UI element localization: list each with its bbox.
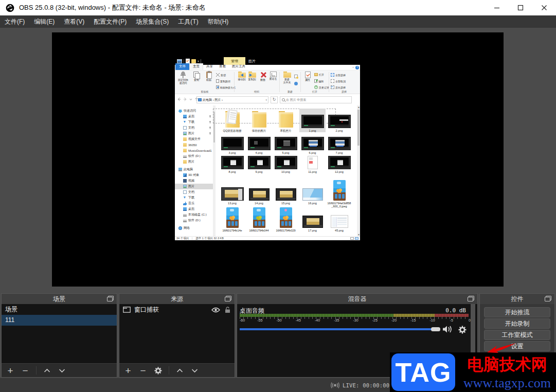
- speaker-icon[interactable]: [442, 325, 454, 333]
- lock-icon[interactable]: [225, 307, 230, 313]
- nav-network[interactable]: 网络: [175, 225, 213, 231]
- remove-scene-button[interactable]: −: [21, 366, 29, 376]
- tab-view[interactable]: 查看: [216, 64, 229, 70]
- controls-popout-icon[interactable]: [545, 296, 551, 301]
- tab-home[interactable]: 主页: [189, 63, 203, 70]
- file-item[interactable]: 16f601794af3d858_600_0.jpeg: [326, 179, 352, 208]
- ribbon-open-button[interactable]: 打开: [314, 73, 324, 76]
- sources-popout-icon[interactable]: [225, 296, 231, 301]
- nav-downloads-thispc[interactable]: 下载: [175, 195, 213, 201]
- file-item[interactable]: 9.png: [246, 156, 272, 173]
- qat-dropdown-icon[interactable]: ▾: [198, 59, 199, 63]
- file-item[interactable]: 12.png: [326, 156, 352, 173]
- ribbon-new-folder-button[interactable]: 新建文件夹: [281, 72, 293, 84]
- nav-scrollbar[interactable]: [213, 105, 216, 236]
- scene-up-button[interactable]: [43, 368, 51, 373]
- menu-help[interactable]: 帮助(H): [203, 15, 234, 28]
- file-item[interactable]: 7.png: [326, 135, 352, 154]
- mixer-gear-icon[interactable]: [458, 326, 467, 334]
- nav-3d-objects[interactable]: 3D 对象: [175, 172, 213, 178]
- volume-slider[interactable]: [240, 327, 440, 332]
- nav-folder-musicdownload[interactable]: MusicDownload1: [175, 148, 213, 153]
- menu-profile[interactable]: 配置文件(P): [89, 15, 131, 28]
- nav-pictures-thispc[interactable]: 图片: [175, 184, 213, 189]
- ribbon-pin-button[interactable]: 固定到快速访问: [177, 72, 189, 85]
- maximize-button[interactable]: [509, 0, 532, 15]
- file-item[interactable]: 16.png: [299, 179, 326, 205]
- scene-item[interactable]: 场景: [2, 304, 117, 315]
- file-item[interactable]: 11.png: [299, 156, 326, 173]
- nav-folder-pictures[interactable]: 图片: [175, 159, 213, 165]
- address-dropdown-icon[interactable]: ▾: [265, 98, 267, 101]
- nav-folder-video[interactable]: 视频文件: [175, 136, 213, 142]
- address-input[interactable]: 此电脑 › 图片 › ▾: [196, 96, 268, 103]
- start-recording-button[interactable]: 开始录制: [484, 318, 550, 329]
- file-item[interactable]: 16f601794b029: [273, 206, 299, 232]
- file-item[interactable]: 17.png: [299, 206, 326, 232]
- properties-qat-icon[interactable]: [186, 59, 190, 63]
- ribbon-invert-selection-button[interactable]: 反向选择: [331, 85, 346, 89]
- back-icon[interactable]: [177, 97, 181, 101]
- scene-down-button[interactable]: [58, 368, 66, 373]
- file-item[interactable]: 4.png: [246, 135, 272, 154]
- file-grid-scrollbar[interactable]: ▲ ▼: [357, 105, 360, 236]
- ribbon-edit-button[interactable]: 编辑: [314, 79, 324, 83]
- file-item[interactable]: 14.png: [246, 179, 272, 205]
- file-item[interactable]: 16f601794b044: [246, 206, 272, 232]
- file-item[interactable]: 保存的图片: [246, 109, 272, 132]
- ribbon-select-none-button[interactable]: 全部取消: [331, 79, 346, 83]
- menu-file[interactable]: 文件(F): [0, 15, 29, 28]
- file-item[interactable]: 45.png: [326, 206, 352, 232]
- refresh-button[interactable]: ↻: [271, 96, 278, 103]
- nav-c-drive[interactable]: 本地磁盘 (C:): [175, 212, 213, 218]
- ribbon-cut-button[interactable]: 剪切: [216, 73, 226, 77]
- ribbon-copy-button[interactable]: 复制: [190, 72, 203, 82]
- studio-mode-button[interactable]: 工作室模式: [484, 330, 550, 340]
- search-input[interactable]: 在 图片 中搜索: [280, 96, 352, 103]
- nav-documents-thispc[interactable]: 文档: [175, 189, 213, 195]
- ribbon-properties-button[interactable]: 属性: [301, 72, 314, 82]
- tab-file[interactable]: 文件: [175, 63, 189, 70]
- breadcrumb[interactable]: 此电脑 › 图片 ›: [203, 98, 223, 102]
- file-item-selected[interactable]: 1.png: [299, 109, 326, 132]
- recent-dropdown-icon[interactable]: [189, 98, 192, 101]
- add-source-button[interactable]: +: [124, 366, 132, 376]
- file-item[interactable]: 15.png: [273, 179, 299, 205]
- nav-music[interactable]: 音乐: [175, 201, 213, 206]
- file-item[interactable]: 13.png: [219, 179, 245, 205]
- ribbon-select-all-button[interactable]: 全部选择: [331, 73, 346, 77]
- tab-share[interactable]: 共享: [203, 64, 216, 70]
- volume-slider-handle[interactable]: [431, 327, 440, 331]
- nav-desktop-thispc[interactable]: 桌面: [175, 206, 213, 212]
- nav-desktop[interactable]: 桌面: [175, 114, 213, 119]
- ribbon-paste-button[interactable]: 粘贴: [203, 72, 215, 82]
- file-item[interactable]: 16f601794b14e: [219, 206, 245, 232]
- forward-icon[interactable]: [183, 97, 187, 101]
- source-properties-button[interactable]: [154, 367, 162, 375]
- ribbon-new-item-button[interactable]: [294, 75, 298, 78]
- mixer-popout-icon[interactable]: [468, 296, 474, 301]
- file-item[interactable]: 6.png: [299, 135, 326, 154]
- menu-scene-collection[interactable]: 场景集合(S): [131, 15, 173, 28]
- ribbon-rename-button[interactable]: 重命名: [267, 72, 279, 81]
- scene-item-selected[interactable]: 111: [2, 315, 117, 326]
- tab-picture-tools[interactable]: 图片工具: [229, 64, 248, 70]
- start-streaming-button[interactable]: 开始推流: [484, 307, 550, 317]
- source-down-button[interactable]: [190, 368, 199, 373]
- ribbon-collapse-icon[interactable]: ^: [352, 66, 354, 69]
- nav-videos[interactable]: 视频: [175, 178, 213, 184]
- visibility-eye-icon[interactable]: [211, 307, 220, 313]
- nav-folder-36050[interactable]: 36050: [175, 142, 213, 148]
- ribbon-easy-access-button[interactable]: [294, 82, 298, 85]
- help-icon[interactable]: ?: [355, 66, 359, 69]
- nav-pictures[interactable]: 图片: [175, 131, 213, 136]
- newfolder-qat-icon[interactable]: [191, 59, 196, 63]
- menu-tools[interactable]: 工具(T): [173, 15, 203, 28]
- file-item[interactable]: 8.png: [219, 156, 245, 173]
- file-item[interactable]: 2.png: [326, 109, 352, 132]
- remove-source-button[interactable]: −: [139, 366, 147, 376]
- nav-quick-access[interactable]: 快速访问: [175, 108, 213, 114]
- thumbnail-view-icon[interactable]: [355, 237, 358, 240]
- nav-documents[interactable]: 文档: [175, 125, 213, 131]
- scenes-popout-icon[interactable]: [107, 296, 114, 301]
